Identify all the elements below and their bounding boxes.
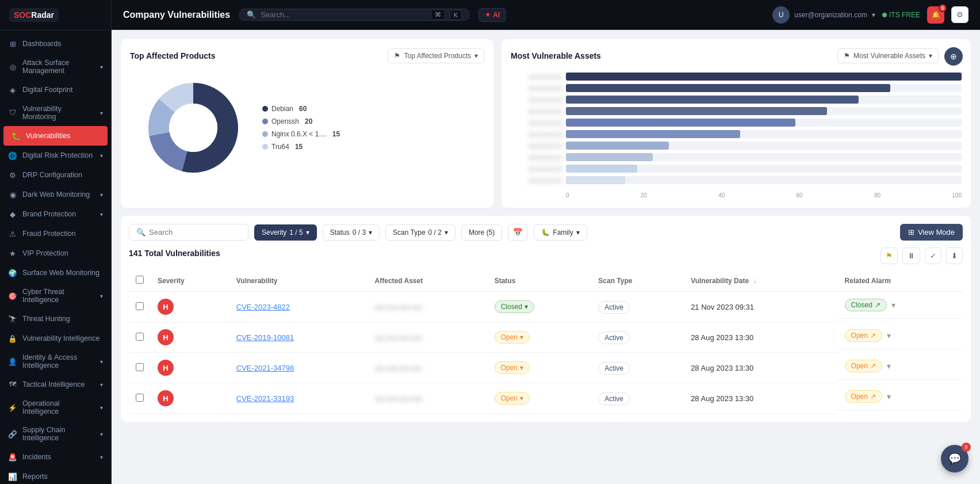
sidebar-item-threat-hunting[interactable]: 🔭 Threat Hunting — [0, 309, 111, 329]
alarm-cell[interactable]: Open ↗ ▾ — [838, 383, 963, 410]
check-button[interactable]: ✓ — [925, 247, 941, 264]
date-cell: 28 Aug 2023 13:30 — [684, 353, 837, 383]
cve-link[interactable]: CVE-2023-4822 — [236, 303, 290, 311]
bar-track — [566, 96, 962, 104]
alarm-cell[interactable]: Open ↗ ▾ — [838, 353, 963, 380]
severity-badge: H — [158, 360, 174, 376]
status-badge[interactable]: Closed ▾ — [495, 300, 534, 313]
row-checkbox-cell[interactable] — [129, 322, 151, 353]
date-cell: 28 Aug 2023 13:30 — [684, 322, 837, 353]
row-expand-button[interactable]: ▾ — [887, 331, 891, 340]
cve-link[interactable]: CVE-2019-10081 — [236, 333, 294, 342]
user-info[interactable]: U user@organization.com ▾ — [772, 6, 875, 24]
row-checkbox-cell[interactable] — [129, 353, 151, 383]
sidebar-item-vulnerability-monitoring[interactable]: 🛡 Vulnerability Monitoring ▾ — [0, 100, 111, 126]
global-search[interactable]: 🔍 ⌘ K — [239, 9, 469, 21]
chat-float-button[interactable]: 💬 9 — [941, 445, 968, 472]
chevron-down-icon: ▾ — [369, 228, 372, 237]
settings-button[interactable]: ⚙ — [951, 6, 968, 23]
calendar-icon: 📅 — [513, 228, 523, 237]
asset-cell: xxx.xxx.xxx.xxx — [368, 353, 488, 383]
cve-link[interactable]: CVE-2021-34798 — [236, 364, 294, 372]
sidebar-item-vip-protection[interactable]: ★ VIP Protection — [0, 243, 111, 263]
sidebar-item-dashboards[interactable]: ⊞ Dashboards — [0, 34, 111, 54]
select-all-header[interactable] — [129, 270, 151, 292]
sidebar-item-dark-web[interactable]: ◉ Dark Web Monitoring ▾ — [0, 185, 111, 204]
row-expand-button[interactable]: ▾ — [891, 300, 895, 310]
sidebar-item-vuln-intel[interactable]: 🔒 Vulnerability Intelligence — [0, 329, 111, 348]
pause-button[interactable]: ⏸ — [902, 247, 920, 264]
severity-cell: H — [151, 353, 229, 383]
cve-cell[interactable]: CVE-2023-4822 — [229, 292, 368, 322]
sidebar-item-brand-protection[interactable]: ◆ Brand Protection ▾ — [0, 204, 111, 224]
cve-cell[interactable]: CVE-2019-10081 — [229, 322, 368, 353]
status-cell[interactable]: Open ▾ — [488, 322, 592, 353]
status-badge[interactable]: Open ▾ — [495, 361, 530, 374]
sub-toolbar: 141 Total Vulnerabilities ⚑ ⏸ ✓ ⬇ — [129, 247, 963, 264]
download-button[interactable]: ⬇ — [946, 247, 963, 264]
status-cell[interactable]: Closed ▾ — [488, 292, 592, 322]
row-checkbox[interactable] — [136, 363, 144, 371]
status-badge[interactable]: Open ▾ — [495, 392, 530, 405]
top-affected-products-filter[interactable]: ⚑ Top Affected Products ▾ — [388, 48, 484, 63]
sidebar-item-surface-web[interactable]: 🌍 Surface Web Monitoring — [0, 263, 111, 283]
status-cell[interactable]: Open ▾ — [488, 353, 592, 383]
header-right: U user@organization.com ▾ ITS FREE 🔔 9 ⚙ — [772, 6, 968, 24]
cve-link[interactable]: CVE-2021-33193 — [236, 394, 294, 403]
most-vulnerable-filter[interactable]: ⚑ Most Vulnerable Assets ▾ — [837, 48, 939, 63]
sidebar-item-identity-access[interactable]: 👤 Identity & Access Intelligence ▾ — [0, 348, 111, 375]
row-checkbox-cell[interactable] — [129, 292, 151, 322]
search-input[interactable] — [261, 10, 426, 19]
alarm-cell[interactable]: Open ↗ ▾ — [838, 322, 963, 349]
alarm-cell[interactable]: Closed ↗ ▾ — [838, 292, 963, 319]
sidebar-item-attack-surface[interactable]: ◎ Attack Surface Management ▾ — [0, 54, 111, 80]
alarm-badge[interactable]: Closed ↗ — [845, 299, 887, 311]
sidebar-item-operational-intel[interactable]: ⚡ Operational Intelligence ▾ — [0, 394, 111, 421]
severity-badge: H — [158, 329, 174, 345]
row-checkbox-cell[interactable] — [129, 383, 151, 414]
tactical-icon: 🗺 — [8, 380, 17, 389]
view-mode-button[interactable]: ⊞ View Mode — [900, 224, 963, 241]
bar-track — [566, 130, 962, 138]
search-icon: 🔍 — [247, 10, 256, 19]
table-search[interactable]: 🔍 — [129, 224, 248, 241]
cve-cell[interactable]: CVE-2021-34798 — [229, 353, 368, 383]
select-all-checkbox[interactable] — [136, 276, 144, 284]
status-cell[interactable]: Open ▾ — [488, 383, 592, 414]
family-filter[interactable]: 🐛 Family ▾ — [534, 224, 587, 241]
scan-type-filter[interactable]: Scan Type 0 / 2 ▾ — [385, 224, 455, 241]
row-checkbox[interactable] — [136, 333, 144, 341]
severity-filter[interactable]: Severity 1 / 5 ▾ — [254, 224, 317, 241]
sidebar-item-drp-config[interactable]: ⚙ DRP Configuration — [0, 165, 111, 185]
row-expand-button[interactable]: ▾ — [887, 361, 891, 371]
bar-fill — [566, 73, 962, 81]
calendar-button[interactable]: 📅 — [508, 224, 528, 241]
row-expand-button[interactable]: ▾ — [887, 392, 891, 401]
scan-type-column-header: Scan Type — [591, 270, 684, 292]
sidebar-item-supply-chain[interactable]: 🔗 Supply Chain Intelligence ▾ — [0, 421, 111, 447]
sidebar-item-incidents[interactable]: 🚨 Incidents ▾ — [0, 447, 111, 467]
row-checkbox[interactable] — [136, 394, 144, 402]
alarm-badge[interactable]: Open ↗ — [845, 390, 882, 403]
cve-cell[interactable]: CVE-2021-33193 — [229, 383, 368, 414]
sidebar-item-reports[interactable]: 📊 Reports — [0, 467, 111, 484]
sidebar-item-tactical-intel[interactable]: 🗺 Tactical Intelligence ▾ — [0, 375, 111, 394]
ai-button[interactable]: ✦ AI — [478, 8, 506, 22]
status-filter[interactable]: Status 0 / 3 ▾ — [323, 224, 380, 241]
table-search-input[interactable] — [149, 228, 241, 237]
sidebar-item-fraud-protection[interactable]: ⚠ Fraud Protection — [0, 224, 111, 243]
row-checkbox[interactable] — [136, 302, 144, 310]
sidebar-item-digital-footprint[interactable]: ◈ Digital Footprint — [0, 80, 111, 100]
sidebar-item-vulnerabilities[interactable]: 🐛 Vulnerabilities — [3, 126, 108, 146]
more-filter[interactable]: More (5) — [461, 224, 502, 241]
alarm-badge[interactable]: Open ↗ — [845, 360, 882, 372]
status-badge[interactable]: Open ▾ — [495, 331, 530, 344]
bar-row: xxxxxxxxxxxx — [511, 176, 962, 184]
sidebar-item-digital-risk[interactable]: 🌐 Digital Risk Protection ▾ — [0, 146, 111, 165]
sidebar-item-cti[interactable]: 🎯 Cyber Threat Intelligence ▾ — [0, 283, 111, 309]
alarm-badge[interactable]: Open ↗ — [845, 329, 882, 342]
bookmark-button[interactable]: ⚑ — [881, 247, 898, 264]
legend-dot-debian — [262, 106, 268, 112]
expand-icon[interactable]: ⊕ — [944, 47, 963, 66]
notification-button[interactable]: 🔔 9 — [927, 6, 944, 24]
